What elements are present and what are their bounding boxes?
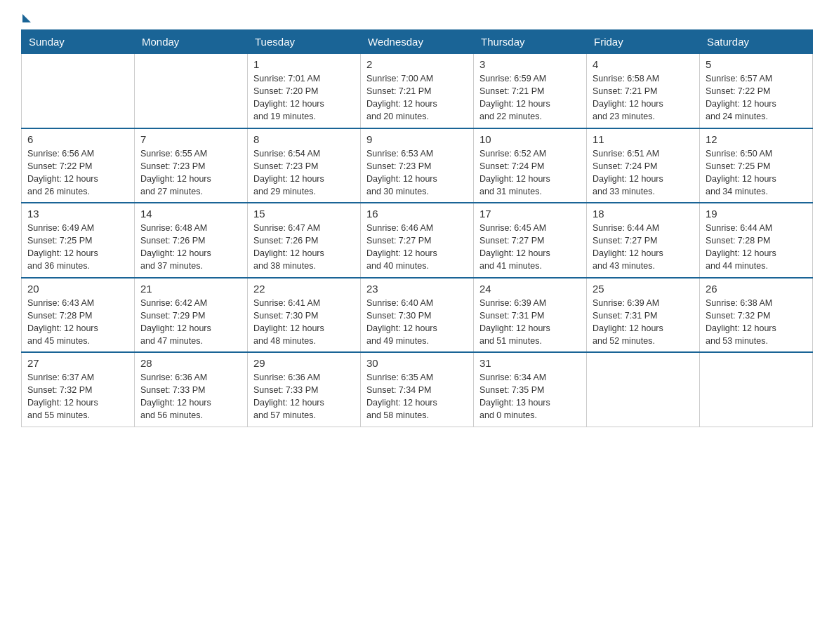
day-info: Sunrise: 6:44 AM Sunset: 7:27 PM Dayligh… <box>593 222 694 273</box>
day-number: 30 <box>366 357 468 369</box>
calendar-week-row: 1Sunrise: 7:01 AM Sunset: 7:20 PM Daylig… <box>22 54 813 128</box>
calendar-cell: 24Sunrise: 6:39 AM Sunset: 7:31 PM Dayli… <box>474 278 587 353</box>
day-info: Sunrise: 6:38 AM Sunset: 7:32 PM Dayligh… <box>706 297 807 348</box>
calendar-cell: 11Sunrise: 6:51 AM Sunset: 7:24 PM Dayli… <box>587 128 700 203</box>
calendar-cell: 15Sunrise: 6:47 AM Sunset: 7:26 PM Dayli… <box>248 203 361 278</box>
calendar-cell <box>700 352 813 427</box>
day-number: 31 <box>479 357 581 369</box>
calendar-cell: 19Sunrise: 6:44 AM Sunset: 7:28 PM Dayli… <box>700 203 813 278</box>
calendar-cell: 14Sunrise: 6:48 AM Sunset: 7:26 PM Dayli… <box>135 203 248 278</box>
day-info: Sunrise: 6:54 AM Sunset: 7:23 PM Dayligh… <box>253 147 355 199</box>
calendar-cell: 30Sunrise: 6:35 AM Sunset: 7:34 PM Dayli… <box>361 352 474 427</box>
calendar-cell: 10Sunrise: 6:52 AM Sunset: 7:24 PM Dayli… <box>474 128 587 203</box>
day-number: 23 <box>366 283 468 295</box>
calendar-cell: 21Sunrise: 6:42 AM Sunset: 7:29 PM Dayli… <box>135 278 248 353</box>
day-number: 4 <box>593 58 694 70</box>
day-number: 22 <box>253 283 355 295</box>
weekday-header-friday: Friday <box>587 30 700 54</box>
day-info: Sunrise: 6:34 AM Sunset: 7:35 PM Dayligh… <box>479 371 581 422</box>
weekday-header-monday: Monday <box>135 30 248 54</box>
calendar-cell: 22Sunrise: 6:41 AM Sunset: 7:30 PM Dayli… <box>248 278 361 353</box>
day-info: Sunrise: 6:53 AM Sunset: 7:23 PM Dayligh… <box>366 147 468 199</box>
weekday-header-tuesday: Tuesday <box>248 30 361 54</box>
calendar-cell: 20Sunrise: 6:43 AM Sunset: 7:28 PM Dayli… <box>22 278 135 353</box>
day-info: Sunrise: 6:58 AM Sunset: 7:21 PM Dayligh… <box>593 72 694 123</box>
weekday-header-saturday: Saturday <box>700 30 813 54</box>
calendar-week-row: 27Sunrise: 6:37 AM Sunset: 7:32 PM Dayli… <box>22 352 813 427</box>
calendar-header-row: SundayMondayTuesdayWednesdayThursdayFrid… <box>22 30 813 54</box>
day-number: 15 <box>253 208 355 220</box>
day-info: Sunrise: 7:01 AM Sunset: 7:20 PM Dayligh… <box>253 72 355 123</box>
day-number: 10 <box>479 133 581 145</box>
calendar-cell <box>135 54 248 128</box>
day-info: Sunrise: 6:39 AM Sunset: 7:31 PM Dayligh… <box>479 297 581 348</box>
calendar-cell: 27Sunrise: 6:37 AM Sunset: 7:32 PM Dayli… <box>22 352 135 427</box>
day-number: 20 <box>27 283 128 295</box>
calendar-cell: 18Sunrise: 6:44 AM Sunset: 7:27 PM Dayli… <box>587 203 700 278</box>
calendar-cell: 2Sunrise: 7:00 AM Sunset: 7:21 PM Daylig… <box>361 54 474 128</box>
day-info: Sunrise: 6:35 AM Sunset: 7:34 PM Dayligh… <box>366 371 468 422</box>
day-number: 1 <box>253 58 355 70</box>
calendar-cell: 29Sunrise: 6:36 AM Sunset: 7:33 PM Dayli… <box>248 352 361 427</box>
day-number: 24 <box>479 283 581 295</box>
day-info: Sunrise: 6:43 AM Sunset: 7:28 PM Dayligh… <box>27 297 128 348</box>
day-info: Sunrise: 6:56 AM Sunset: 7:22 PM Dayligh… <box>27 147 128 199</box>
day-number: 7 <box>140 133 241 145</box>
calendar-table: SundayMondayTuesdayWednesdayThursdayFrid… <box>21 29 813 427</box>
day-number: 14 <box>140 208 241 220</box>
day-info: Sunrise: 6:37 AM Sunset: 7:32 PM Dayligh… <box>27 371 128 422</box>
calendar-cell <box>587 352 700 427</box>
calendar-cell: 4Sunrise: 6:58 AM Sunset: 7:21 PM Daylig… <box>587 54 700 128</box>
day-info: Sunrise: 6:36 AM Sunset: 7:33 PM Dayligh… <box>253 371 355 422</box>
calendar-cell: 13Sunrise: 6:49 AM Sunset: 7:25 PM Dayli… <box>22 203 135 278</box>
day-number: 16 <box>366 208 468 220</box>
day-number: 28 <box>140 357 241 369</box>
calendar-cell: 5Sunrise: 6:57 AM Sunset: 7:22 PM Daylig… <box>700 54 813 128</box>
day-info: Sunrise: 6:39 AM Sunset: 7:31 PM Dayligh… <box>593 297 694 348</box>
page-header <box>21 14 813 22</box>
day-number: 12 <box>706 133 807 145</box>
logo <box>21 14 32 22</box>
logo-arrow-icon <box>22 14 31 22</box>
day-number: 2 <box>366 58 468 70</box>
day-info: Sunrise: 6:50 AM Sunset: 7:25 PM Dayligh… <box>706 147 807 199</box>
day-number: 18 <box>593 208 694 220</box>
day-number: 3 <box>479 58 581 70</box>
calendar-cell: 31Sunrise: 6:34 AM Sunset: 7:35 PM Dayli… <box>474 352 587 427</box>
day-info: Sunrise: 6:48 AM Sunset: 7:26 PM Dayligh… <box>140 222 241 273</box>
weekday-header-thursday: Thursday <box>474 30 587 54</box>
calendar-week-row: 20Sunrise: 6:43 AM Sunset: 7:28 PM Dayli… <box>22 278 813 353</box>
day-info: Sunrise: 6:49 AM Sunset: 7:25 PM Dayligh… <box>27 222 128 273</box>
calendar-cell: 8Sunrise: 6:54 AM Sunset: 7:23 PM Daylig… <box>248 128 361 203</box>
calendar-cell: 12Sunrise: 6:50 AM Sunset: 7:25 PM Dayli… <box>700 128 813 203</box>
day-info: Sunrise: 6:36 AM Sunset: 7:33 PM Dayligh… <box>140 371 241 422</box>
weekday-header-sunday: Sunday <box>22 30 135 54</box>
calendar-week-row: 13Sunrise: 6:49 AM Sunset: 7:25 PM Dayli… <box>22 203 813 278</box>
day-number: 13 <box>27 208 128 220</box>
day-info: Sunrise: 6:41 AM Sunset: 7:30 PM Dayligh… <box>253 297 355 348</box>
day-number: 5 <box>706 58 807 70</box>
day-number: 8 <box>253 133 355 145</box>
calendar-cell <box>22 54 135 128</box>
calendar-cell: 3Sunrise: 6:59 AM Sunset: 7:21 PM Daylig… <box>474 54 587 128</box>
day-info: Sunrise: 6:47 AM Sunset: 7:26 PM Dayligh… <box>253 222 355 273</box>
day-number: 21 <box>140 283 241 295</box>
day-number: 25 <box>593 283 694 295</box>
calendar-cell: 25Sunrise: 6:39 AM Sunset: 7:31 PM Dayli… <box>587 278 700 353</box>
day-number: 29 <box>253 357 355 369</box>
day-info: Sunrise: 6:59 AM Sunset: 7:21 PM Dayligh… <box>479 72 581 123</box>
day-number: 17 <box>479 208 581 220</box>
calendar-cell: 16Sunrise: 6:46 AM Sunset: 7:27 PM Dayli… <box>361 203 474 278</box>
calendar-cell: 23Sunrise: 6:40 AM Sunset: 7:30 PM Dayli… <box>361 278 474 353</box>
day-number: 27 <box>27 357 128 369</box>
day-info: Sunrise: 6:42 AM Sunset: 7:29 PM Dayligh… <box>140 297 241 348</box>
day-number: 11 <box>593 133 694 145</box>
day-info: Sunrise: 6:57 AM Sunset: 7:22 PM Dayligh… <box>706 72 807 123</box>
day-info: Sunrise: 6:40 AM Sunset: 7:30 PM Dayligh… <box>366 297 468 348</box>
calendar-week-row: 6Sunrise: 6:56 AM Sunset: 7:22 PM Daylig… <box>22 128 813 203</box>
day-info: Sunrise: 6:55 AM Sunset: 7:23 PM Dayligh… <box>140 147 241 199</box>
day-info: Sunrise: 7:00 AM Sunset: 7:21 PM Dayligh… <box>366 72 468 123</box>
day-info: Sunrise: 6:44 AM Sunset: 7:28 PM Dayligh… <box>706 222 807 273</box>
weekday-header-wednesday: Wednesday <box>361 30 474 54</box>
calendar-cell: 28Sunrise: 6:36 AM Sunset: 7:33 PM Dayli… <box>135 352 248 427</box>
